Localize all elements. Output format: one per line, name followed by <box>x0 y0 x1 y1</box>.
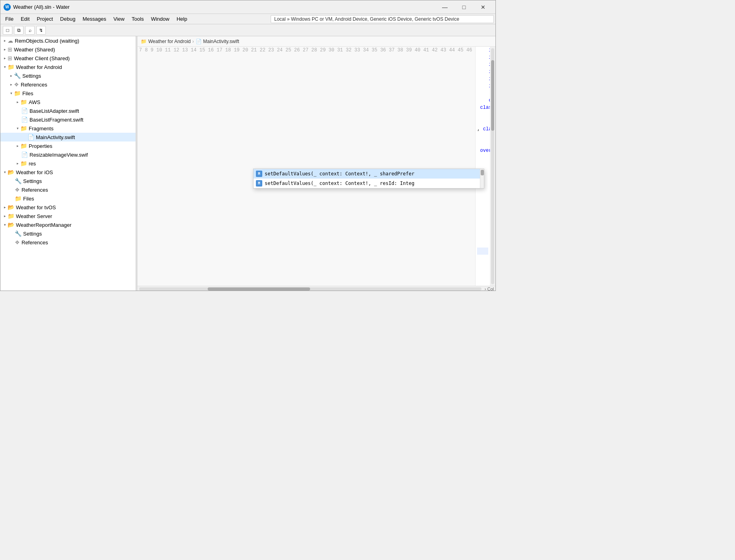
toolbar-btn-3[interactable]: ↯ <box>36 26 46 35</box>
ac-item-1[interactable]: M setDefaultValues(_ context: Context!, … <box>254 179 484 188</box>
toolbar-btn-2[interactable]: ⌕ <box>25 26 35 35</box>
expand-arrow-weather-tvos[interactable]: ▸ <box>2 205 8 209</box>
expand-arrow-fragments[interactable]: ▾ <box>15 126 20 130</box>
menu-file[interactable]: File <box>2 15 17 23</box>
expand-arrow-settings[interactable]: ▸ <box>8 74 14 78</box>
sidebar-item-baselistadapter[interactable]: 📄BaseListAdapter.swift <box>0 106 136 115</box>
expand-arrow-weather-client-shared[interactable]: ▸ <box>2 56 8 60</box>
expand-arrow-weather-shared[interactable]: ▸ <box>2 47 8 51</box>
label-baselistadapter: BaseListAdapter.swift <box>29 108 79 114</box>
sidebar-item-weather-client-shared[interactable]: ▸⊞Weather Client (Shared) <box>0 54 136 63</box>
title-bar: W Weather (All).sln - Water — □ ✕ <box>0 0 495 14</box>
v-scroll-track[interactable] <box>491 48 494 284</box>
menu-tools[interactable]: Tools <box>128 15 147 23</box>
restore-button[interactable]: □ <box>455 1 473 14</box>
breadcrumb-icon: 📁 <box>141 39 147 44</box>
menu-view[interactable]: View <box>110 15 128 23</box>
target-selector[interactable]: Local » Windows PC or VM, Android Device… <box>271 15 494 23</box>
menu-help[interactable]: Help <box>173 15 191 23</box>
window-controls[interactable]: — □ ✕ <box>436 1 492 14</box>
v-scroll-thumb[interactable] <box>491 60 494 131</box>
sidebar-item-wrm-references[interactable]: ❖References <box>0 238 136 247</box>
code-line-24: ImageManager.updateImageInfo() {} <box>477 190 488 197</box>
expand-arrow-weather-server[interactable]: ▸ <box>2 214 8 218</box>
sidebar-item-weather-tvos[interactable]: ▸📂Weather for tvOS <box>0 203 136 212</box>
toolbar-btn-1[interactable]: ⧉ <box>14 26 24 35</box>
expand-arrow-aws[interactable]: ▸ <box>15 100 20 104</box>
code-content[interactable]: import android.widget import android.pre… <box>476 47 490 286</box>
label-ios-references: References <box>22 187 48 193</box>
sidebar-item-weather-shared[interactable]: ▸⊞Weather (Shared) <box>0 45 136 54</box>
icon-baselistfragment: 📄 <box>21 116 28 123</box>
sidebar-item-settings[interactable]: ▸🔧Settings <box>0 71 136 80</box>
sidebar-tree: ▸☁RemObjects.Cloud (waiting)▸⊞Weather (S… <box>0 36 136 247</box>
sidebar-item-files[interactable]: ▾📁Files <box>0 89 136 98</box>
code-line-17 <box>477 133 488 140</box>
v-scrollbar[interactable] <box>490 47 495 286</box>
sidebar-item-resizableimageview[interactable]: 📄ResizableImageView.swif <box>0 150 136 159</box>
main-layout: ▸☁RemObjects.Cloud (waiting)▸⊞Weather (S… <box>0 36 495 291</box>
ac-scroll-thumb[interactable] <box>481 170 484 175</box>
icon-ios-settings: 🔧 <box>15 178 22 184</box>
h-scroll-track[interactable] <box>139 287 481 291</box>
sidebar-item-weather-ios[interactable]: ▾📂Weather for iOS <box>0 168 136 177</box>
label-ios-settings: Settings <box>23 178 42 184</box>
menu-edit[interactable]: Edit <box>18 15 33 23</box>
ac-text-0: setDefaultValues(_ context: Context!, _ … <box>265 171 481 177</box>
expand-arrow-references[interactable]: ▸ <box>8 83 14 86</box>
sidebar-item-properties[interactable]: ▸📁Properties <box>0 141 136 150</box>
label-weather-android: Weather for Android <box>16 64 62 70</box>
icon-ios-files: 📁 <box>15 195 22 202</box>
expand-arrow-remobjects[interactable]: ▸ <box>2 39 8 43</box>
sidebar-item-weather-server[interactable]: ▸📁Weather Server <box>0 212 136 220</box>
expand-arrow-res[interactable]: ▸ <box>15 161 20 165</box>
code-line-16: let viewStructure = [class="str">"curren… <box>477 118 488 126</box>
sidebar-item-references[interactable]: ▸❖References <box>0 80 136 89</box>
ac-scrollbar[interactable] <box>480 169 484 188</box>
code-container[interactable]: 7 8 9 10 11 12 13 14 15 16 17 18 19 20 2… <box>138 47 495 286</box>
icon-weather-ios: 📂 <box>8 169 14 175</box>
label-wrm-settings: Settings <box>23 231 42 237</box>
menu-debug[interactable]: Debug <box>57 15 79 23</box>
minimize-button[interactable]: — <box>436 1 454 14</box>
expand-arrow-weather-report-mgr[interactable]: ▾ <box>2 223 8 227</box>
sidebar-item-wrm-settings[interactable]: 🔧Settings <box>0 229 136 238</box>
icon-weather-report-mgr: 📂 <box>8 222 14 228</box>
sidebar-item-aws[interactable]: ▸📁AWS <box>0 98 136 106</box>
breadcrumb-file[interactable]: MainActivity.swift <box>203 39 239 44</box>
h-scrollbar[interactable]: › Col <box>138 286 495 291</box>
code-line-15 <box>477 111 488 118</box>
sidebar-item-fragments[interactable]: ▾📁Fragments <box>0 124 136 133</box>
sidebar-item-res[interactable]: ▸📁res <box>0 159 136 168</box>
icon-fragments: 📁 <box>20 125 27 132</box>
menu-messages[interactable]: Messages <box>79 15 109 23</box>
icon-references: ❖ <box>14 81 19 88</box>
code-line-34: super.onCreate( <box>477 262 488 269</box>
sidebar-item-remobjects[interactable]: ▸☁RemObjects.Cloud (waiting) <box>0 36 136 45</box>
h-scroll-thumb[interactable] <box>208 287 311 291</box>
expand-arrow-files[interactable]: ▾ <box>8 91 14 95</box>
close-button[interactable]: ✕ <box>474 1 492 14</box>
code-line-26: Thread.Async() { <box>477 204 488 212</box>
sidebar-item-mainactivity[interactable]: 📄MainActivity.swift <box>0 133 136 141</box>
menu-window[interactable]: Window <box>148 15 173 23</box>
sidebar-item-weather-android[interactable]: ▾📁Weather for Android <box>0 63 136 71</box>
sidebar-item-weather-report-mgr[interactable]: ▾📂WeatherReportManager <box>0 220 136 229</box>
sidebar-item-baselistfragment[interactable]: 📄BaseListFragment.swift <box>0 115 136 124</box>
ac-item-0[interactable]: M setDefaultValues(_ context: Context!, … <box>254 169 484 179</box>
sidebar-item-ios-references[interactable]: ❖References <box>0 185 136 194</box>
breadcrumb-android[interactable]: Weather for Android <box>148 39 191 44</box>
icon-ios-references: ❖ <box>15 187 20 193</box>
expand-arrow-weather-ios[interactable]: ▾ <box>2 170 8 174</box>
expand-arrow-properties[interactable]: ▸ <box>15 144 20 148</box>
sidebar: ▸☁RemObjects.Cloud (waiting)▸⊞Weather (S… <box>0 36 136 291</box>
label-fragments: Fragments <box>29 126 53 132</box>
label-weather-report-mgr: WeatherReportManager <box>16 222 71 228</box>
sidebar-item-ios-files[interactable]: 📁Files <box>0 194 136 203</box>
breadcrumb-bar: 📁 Weather for Android › 📄 MainActivity.s… <box>138 36 495 47</box>
menu-project[interactable]: Project <box>33 15 56 23</box>
toolbar-btn-0[interactable]: □ <box>3 26 12 35</box>
code-line-19 <box>477 154 488 161</box>
expand-arrow-weather-android[interactable]: ▾ <box>2 65 8 69</box>
sidebar-item-ios-settings[interactable]: 🔧Settings <box>0 177 136 185</box>
